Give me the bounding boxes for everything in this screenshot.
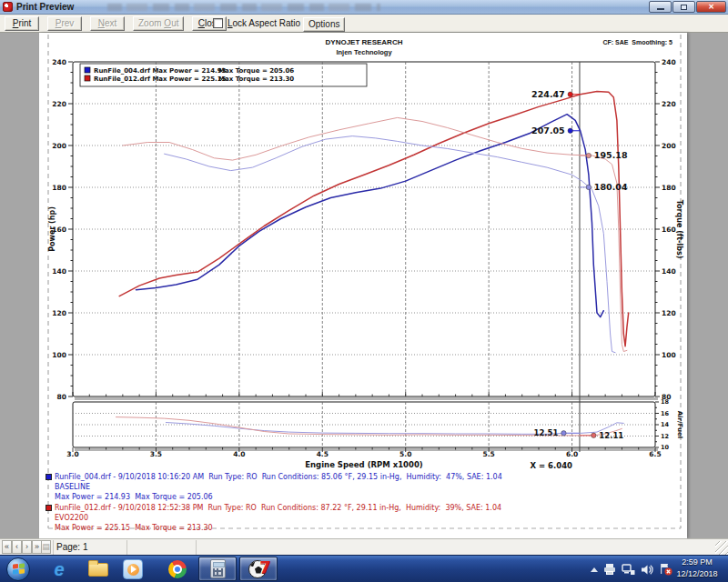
svg-text:Engine Speed (RPM x1000): Engine Speed (RPM x1000): [305, 460, 423, 469]
svg-text:6.0: 6.0: [566, 450, 578, 458]
internet-explorer-icon[interactable]: e: [46, 558, 73, 580]
baseline-legend-swatch: [46, 474, 52, 480]
statusbar-divider: [126, 540, 127, 555]
zoom-out-button: Zoom Out: [133, 16, 184, 31]
print-page: 8080100100120120140140160160180180200200…: [39, 33, 687, 538]
svg-text:Power (hp): Power (hp): [48, 206, 56, 252]
svg-text:140: 140: [52, 267, 66, 276]
media-player-icon[interactable]: [119, 558, 147, 580]
volume-tray-icon[interactable]: [641, 564, 653, 576]
resize-grip[interactable]: [715, 541, 728, 555]
prev-button: Prev: [47, 16, 82, 31]
show-hidden-icons-chevron[interactable]: [591, 567, 598, 572]
chart-subtitle: Injen Technology: [73, 48, 655, 56]
svg-text:6.5: 6.5: [649, 450, 661, 458]
baseline-run-details: RunFile_004.drf - 9/10/2018 10:16:20 AM …: [55, 473, 502, 481]
svg-text:240: 240: [52, 58, 66, 66]
svg-text:12: 12: [661, 433, 669, 440]
svg-text:3.5: 3.5: [150, 450, 162, 458]
dynojet-winpep-taskbar-button[interactable]: 7: [239, 557, 278, 581]
svg-text:120: 120: [52, 309, 66, 317]
svg-text:160: 160: [662, 226, 676, 234]
chrome-icon[interactable]: [164, 558, 191, 580]
dyno-chart-svg: 8080100100120120140140160160180180200200…: [39, 33, 687, 538]
svg-text:RunFile_012.drf Max Power = 22: RunFile_012.drf Max Power = 225.15: [94, 75, 227, 83]
start-button[interactable]: [6, 557, 30, 581]
smoothing-info: CF: SAE Smoothing: 5: [602, 39, 672, 45]
window-title: Print Preview: [16, 2, 74, 12]
lock-aspect-ratio-label: Lock Aspect Ratio: [228, 18, 300, 28]
svg-text:100: 100: [52, 351, 66, 359]
svg-text:195.18: 195.18: [594, 150, 628, 160]
system-tray: [588, 556, 675, 582]
app-icon: [3, 2, 13, 12]
svg-text:3.0: 3.0: [66, 450, 78, 458]
svg-text:RunFile_004.drf Max Power = 21: RunFile_004.drf Max Power = 214.93: [94, 67, 227, 75]
page-nav-2[interactable]: ›: [22, 540, 32, 554]
clock-time: 2:59 PM: [669, 557, 725, 568]
svg-text:12.51: 12.51: [534, 428, 559, 437]
page-nav-0[interactable]: «: [2, 540, 12, 554]
clock-date: 12/12/2018: [669, 568, 725, 580]
baseline-run-name: BASELINE: [55, 483, 90, 491]
printer-tray-icon[interactable]: [603, 564, 616, 576]
page-number-label: Page: 1: [56, 542, 87, 552]
svg-text:240: 240: [662, 58, 676, 66]
svg-text:5.0: 5.0: [399, 450, 411, 458]
svg-text:16: 16: [661, 410, 670, 417]
svg-text:120: 120: [662, 309, 676, 317]
faded-title-path-text: [107, 4, 380, 11]
page-setup-icon[interactable]: ▤: [41, 540, 51, 554]
svg-text:5.5: 5.5: [482, 450, 494, 458]
svg-text:180: 180: [52, 184, 66, 192]
next-button: Next: [90, 16, 125, 31]
svg-text:4.5: 4.5: [317, 450, 329, 458]
evo-run-name: EVO2200: [55, 514, 88, 522]
svg-text:X = 6.040: X = 6.040: [530, 461, 572, 470]
svg-text:80: 80: [57, 393, 66, 401]
svg-text:207.05: 207.05: [531, 125, 565, 135]
svg-text:220: 220: [662, 100, 676, 108]
print-button[interactable]: Print: [5, 16, 39, 31]
svg-text:Max Torque = 213.30: Max Torque = 213.30: [218, 75, 294, 83]
evo-legend-swatch: [46, 505, 52, 511]
svg-text:100: 100: [662, 351, 676, 359]
preview-client-area: 8080100100120120140140160160180180200200…: [0, 33, 728, 538]
windows-explorer-icon[interactable]: [85, 558, 112, 580]
chart-title: DYNOJET RESEARCH: [73, 38, 655, 46]
title-bar: Print Preview ✕: [0, 0, 728, 15]
svg-text:14: 14: [661, 421, 670, 428]
calculator-taskbar-button[interactable]: [198, 557, 237, 581]
svg-text:180: 180: [662, 184, 676, 192]
status-bar: «‹›» ▤ Page: 1: [0, 538, 728, 555]
svg-text:10: 10: [661, 444, 670, 451]
svg-text:200: 200: [52, 142, 66, 150]
toolbar: PrintPrevNextZoom OutClose: [0, 15, 728, 33]
svg-text:18: 18: [661, 398, 670, 406]
print-preview-window: Print Preview ✕ PrintPrevNextZoom OutClo…: [0, 0, 728, 582]
statusbar-divider: [53, 540, 54, 555]
svg-text:Torque (ft-lbs): Torque (ft-lbs): [675, 200, 683, 259]
evo-run-details: RunFile_012.drf - 9/10/2018 12:52:38 PM …: [55, 504, 501, 512]
baseline-run-max: Max Power = 214.93 Max Torque = 205.06: [55, 493, 213, 501]
statusbar-divider: [196, 540, 197, 555]
page-nav-1[interactable]: ‹: [12, 540, 22, 554]
svg-text:220: 220: [52, 100, 66, 108]
taskbar-clock[interactable]: 2:59 PM 12/12/2018: [669, 557, 725, 582]
svg-text:140: 140: [662, 267, 676, 276]
restore-button[interactable]: [672, 1, 695, 13]
close-window-button[interactable]: ✕: [696, 1, 726, 13]
options-button[interactable]: Options: [303, 17, 345, 32]
svg-text:Max Torque = 205.06: Max Torque = 205.06: [218, 67, 294, 75]
minimize-button[interactable]: [649, 1, 672, 13]
lock-aspect-ratio-control[interactable]: Lock Aspect Ratio: [213, 18, 300, 28]
svg-text:224.47: 224.47: [531, 89, 565, 99]
svg-text:4.0: 4.0: [233, 450, 245, 458]
evo-run-max: Max Power = 225.15 Max Torque = 213.30: [55, 524, 213, 532]
svg-text:12.11: 12.11: [599, 431, 623, 440]
toolbar-buttons: PrintPrevNextZoom OutClose: [5, 16, 235, 31]
network-tray-icon[interactable]: [622, 564, 635, 576]
svg-text:180.04: 180.04: [594, 182, 628, 192]
svg-text:200: 200: [662, 142, 676, 150]
lock-aspect-ratio-checkbox[interactable]: [213, 18, 223, 28]
